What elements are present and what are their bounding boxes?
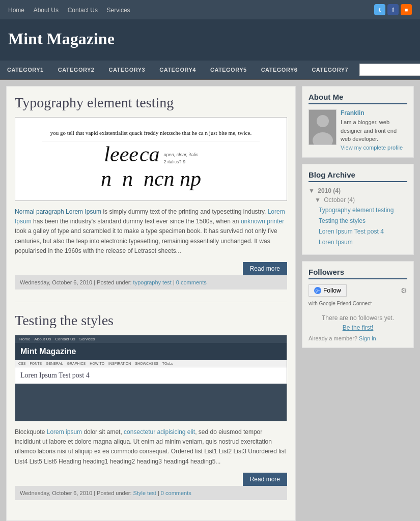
- about-me-title: About Me: [309, 93, 407, 104]
- profile-name: Franklin: [341, 109, 407, 117]
- archive-month-label: October: [324, 196, 346, 204]
- mini-content: Loren Ipsum Test post 4: [15, 367, 287, 384]
- follow-btn-row: g+ Follow ⚙: [309, 284, 407, 297]
- settings-icon[interactable]: ⚙: [401, 286, 407, 295]
- profile-link[interactable]: View my complete profile: [341, 144, 403, 151]
- cat-item-3[interactable]: CATEGORY3: [101, 62, 152, 78]
- nav-services[interactable]: Services: [107, 7, 130, 14]
- post-1-footer: Wednesday, October 6, 2010 | Posted unde…: [15, 275, 287, 290]
- sign-in-row: Already a member? Sign in: [309, 335, 407, 341]
- post-1-body: Normal paragraph Lorem Ipsum is simply d…: [15, 207, 287, 256]
- archive-link-3[interactable]: Loren Ipsum Test post 4: [319, 227, 407, 237]
- cat-item-4[interactable]: CATEGORY4: [152, 62, 203, 78]
- search-bar: Search: [355, 61, 420, 79]
- about-profile: Franklin I am a blogger, web designer an…: [309, 109, 407, 151]
- sidebar: About Me Franklin I am a blogger, web de…: [302, 86, 414, 521]
- post-1-image: you go tell that vapid existentialist qu…: [15, 117, 287, 201]
- post-1-title: Typography element testing: [15, 95, 287, 111]
- archive-year[interactable]: ▼ 2010 (4): [309, 187, 407, 194]
- nav-contact[interactable]: Contact Us: [68, 7, 98, 14]
- mini-nav-home: Home: [19, 337, 30, 341]
- archive-title: Blog Archive: [309, 170, 407, 182]
- month-triangle: ▼: [315, 196, 321, 204]
- mini-post-title: Loren Ipsum Test post 4: [20, 371, 282, 380]
- post-1-comments[interactable]: 0 comments: [176, 279, 207, 285]
- cat-item-2[interactable]: CATEGORY2: [51, 62, 102, 78]
- twitter-icon[interactable]: t: [374, 4, 385, 15]
- top-navigation: Home About Us Contact Us Services t f ■: [0, 0, 420, 19]
- mini-title: Mint Magazine: [20, 347, 282, 356]
- typo-quote: you go tell that vapid existentialist qu…: [42, 125, 260, 142]
- nav-about[interactable]: About Us: [34, 7, 59, 14]
- mini-cat-fonts: FONTS: [30, 362, 42, 365]
- site-title: Mint Magazine: [8, 30, 412, 48]
- archive-link-1[interactable]: Typography element testing: [319, 206, 407, 215]
- be-first: Be the first!: [309, 324, 407, 331]
- post-1-link2[interactable]: unknown printer: [241, 218, 284, 225]
- rss-icon[interactable]: ■: [401, 4, 412, 15]
- archive-link-2[interactable]: Testing the styles: [319, 216, 407, 226]
- archive-month-count: (4): [347, 196, 355, 204]
- site-header: Mint Magazine: [0, 19, 420, 61]
- cat-item-1[interactable]: CATEGORY1: [0, 62, 51, 78]
- archive-month[interactable]: ▼ October (4): [315, 196, 407, 204]
- google-icon: g+: [314, 287, 321, 294]
- top-nav-links: Home About Us Contact Us Services: [8, 6, 137, 14]
- no-followers-text: There are no followers yet.: [309, 314, 407, 322]
- post-2-date: Wednesday, October 6, 2010 | Posted unde…: [20, 490, 132, 496]
- category-navigation: CATEGORY1 CATEGORY2 CATEGORY3 CATEGORY4 …: [0, 61, 420, 80]
- already-member-text: Already a member?: [309, 335, 357, 341]
- mini-cat-inspiration: INSPIRATION: [108, 362, 131, 365]
- sign-in-link[interactable]: Sign in: [359, 335, 376, 341]
- mini-nav-services: Services: [79, 337, 95, 341]
- mini-cat-showcases: SHOWCASES: [135, 362, 158, 365]
- post-2-link[interactable]: Lorem ipsum: [47, 428, 82, 436]
- mini-cat-bar: CSS FONTS GENERAL GRAPHICS HOW-TO INSPIR…: [15, 360, 287, 367]
- post-2-comments[interactable]: 0 comments: [161, 490, 191, 496]
- main-layout: Typography element testing you go tell t…: [0, 80, 420, 521]
- typo-annotation: open, clear, italic 2 italics? 9: [164, 151, 198, 165]
- post-2-title: Testing the styles: [15, 312, 287, 329]
- followers-widget: Followers g+ Follow ⚙ with Google Friend…: [302, 261, 414, 348]
- facebook-icon[interactable]: f: [387, 4, 399, 15]
- post-2-footer: Wednesday, October 6, 2010 | Posted unde…: [15, 486, 287, 500]
- cat-item-5[interactable]: CATEGORY5: [203, 62, 254, 78]
- mini-nav: Home About Us Contact Us Services: [15, 335, 287, 343]
- post-2-body: Blockquote Lorem ipsum dolor sit amet, c…: [15, 427, 287, 467]
- archive-links: Typography element testing Testing the s…: [319, 206, 407, 248]
- cat-item-7[interactable]: CATEGORY7: [304, 62, 355, 78]
- be-first-link[interactable]: Be the first!: [343, 324, 374, 331]
- follow-label: Follow: [323, 287, 341, 294]
- post-2-image: Home About Us Contact Us Services Mint M…: [15, 335, 287, 421]
- post-divider: [15, 302, 287, 302]
- svg-point-1: [317, 115, 329, 127]
- mini-cat-tools: TOoLs: [162, 362, 173, 365]
- mini-cat-css: CSS: [18, 362, 25, 365]
- nav-home[interactable]: Home: [8, 7, 24, 14]
- post-2-category[interactable]: Style test: [133, 490, 156, 496]
- main-content: Typography element testing you go tell t…: [6, 86, 296, 521]
- cat-item-6[interactable]: CATEGORY6: [254, 62, 305, 78]
- post-1-date: Wednesday, October 6, 2010 | Posted unde…: [20, 279, 132, 285]
- archive-year-count: (4): [333, 187, 341, 194]
- mini-cat-graphics: GRAPHICS: [67, 362, 86, 365]
- post-1-read-more[interactable]: Read more: [243, 262, 287, 275]
- search-input[interactable]: [359, 64, 420, 76]
- mini-cat-howto: HOW-TO: [90, 362, 104, 365]
- post-1-category[interactable]: typography test: [133, 279, 172, 285]
- about-me-widget: About Me Franklin I am a blogger, web de…: [302, 86, 414, 158]
- profile-info: Franklin I am a blogger, web designer an…: [341, 109, 407, 151]
- profile-desc: I am a blogger, web designer and front e…: [341, 118, 407, 143]
- mini-nav-about: About Us: [34, 337, 51, 341]
- follow-button[interactable]: g+ Follow: [309, 284, 347, 297]
- archive-link-4[interactable]: Loren Ipsum: [319, 238, 407, 247]
- mini-header: Mint Magazine: [15, 343, 287, 360]
- post-2-link2[interactable]: consectetur adipisicing elit: [124, 428, 195, 436]
- gfc-text: with Google Friend Connect: [309, 301, 407, 306]
- post-2-read-more[interactable]: Read more: [243, 473, 287, 486]
- archive-year-label: 2010: [318, 187, 331, 194]
- profile-avatar: [309, 109, 337, 145]
- post-1: Typography element testing you go tell t…: [15, 95, 287, 290]
- followers-title: Followers: [309, 268, 407, 279]
- post-2: Testing the styles Home About Us Contact…: [15, 312, 287, 500]
